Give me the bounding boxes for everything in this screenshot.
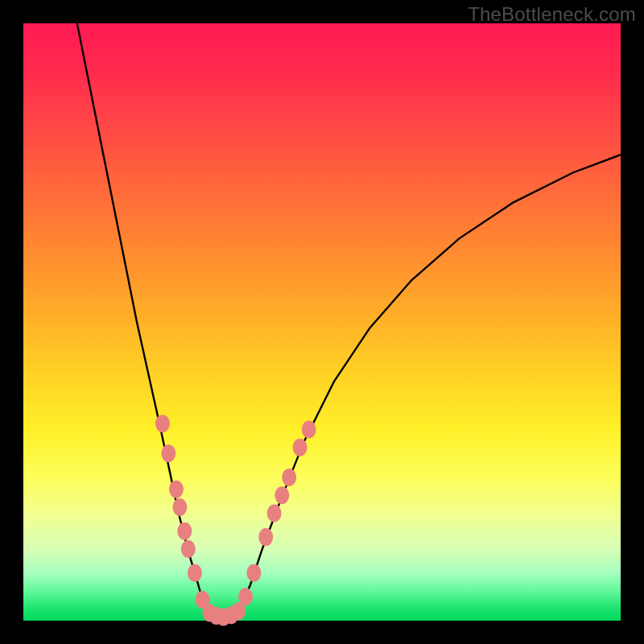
data-marker — [246, 564, 261, 582]
data-marker — [293, 439, 308, 456]
data-markers — [155, 415, 316, 625]
data-marker — [181, 540, 196, 558]
data-marker — [155, 415, 170, 432]
data-marker — [238, 588, 253, 605]
data-marker — [267, 504, 282, 522]
data-marker — [188, 564, 202, 582]
data-marker — [161, 444, 175, 462]
data-marker — [302, 421, 316, 439]
curve-svg — [23, 23, 621, 621]
chart-frame: TheBottleneck.com — [0, 0, 644, 644]
data-marker — [282, 469, 296, 486]
data-marker — [258, 528, 273, 546]
bottleneck-curve — [77, 23, 621, 617]
data-marker — [172, 498, 187, 516]
data-marker — [177, 522, 192, 540]
watermark-text: TheBottleneck.com — [468, 3, 636, 26]
plot-area — [23, 23, 621, 621]
data-marker — [169, 481, 184, 498]
data-marker — [275, 486, 289, 504]
